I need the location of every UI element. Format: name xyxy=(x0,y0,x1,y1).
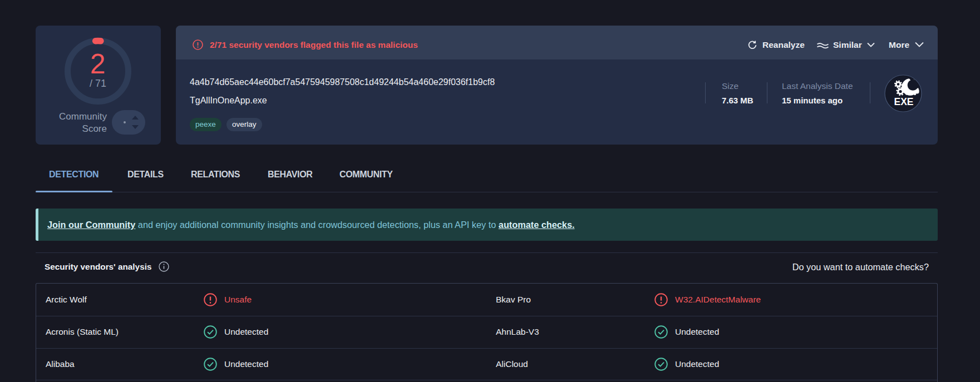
svg-text:EXE: EXE xyxy=(894,96,913,107)
